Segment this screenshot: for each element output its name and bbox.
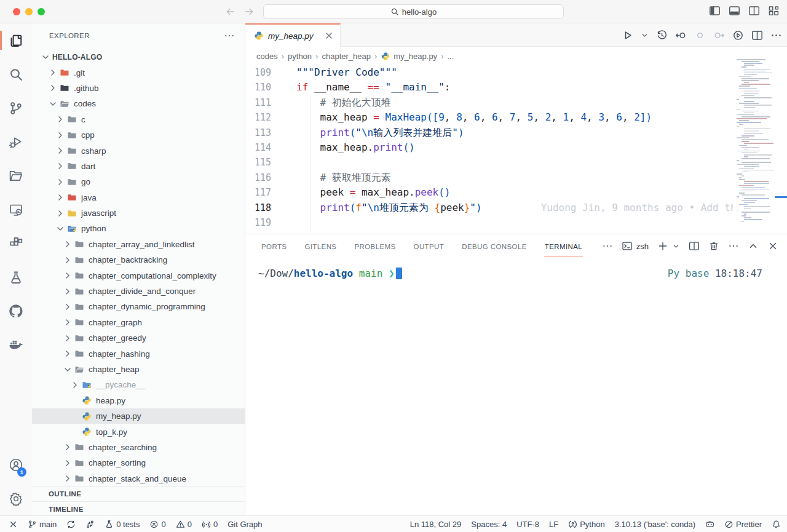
- layout-sidebar-icon[interactable]: [709, 5, 721, 17]
- prev-change-icon[interactable]: [675, 30, 687, 41]
- status-remote[interactable]: [9, 520, 18, 529]
- navigate-forward-icon[interactable]: [243, 6, 255, 17]
- activity-item-run-debug[interactable]: [0, 125, 32, 159]
- command-center-search[interactable]: hello-algo: [263, 4, 564, 19]
- status-sync[interactable]: [66, 520, 76, 529]
- code-line-114[interactable]: 114 max_heap.print(): [245, 140, 733, 155]
- layout-split-icon[interactable]: [751, 30, 763, 41]
- breadcrumb-item--[interactable]: ...: [447, 52, 454, 61]
- terminal-more-actions-icon[interactable]: [728, 240, 739, 252]
- panel-tab-problems[interactable]: PROBLEMS: [354, 236, 396, 256]
- circle-icon[interactable]: [694, 30, 706, 41]
- explorer-more-actions-icon[interactable]: [224, 30, 235, 41]
- layout-split-icon[interactable]: [748, 5, 760, 17]
- file-item-heap-py[interactable]: heap.py: [32, 393, 245, 408]
- status-encoding[interactable]: UTF-8: [516, 520, 539, 529]
- folder-item-chapter-heap[interactable]: >chapter_heap: [32, 362, 245, 377]
- folder-item-chapter-searching[interactable]: >chapter_searching: [32, 440, 245, 455]
- activity-item-folders[interactable]: [0, 159, 32, 193]
- folder-item--git[interactable]: >.git: [32, 65, 245, 80]
- status-eol[interactable]: LF: [549, 520, 558, 529]
- folder-item-chapter-divide-and-conquer[interactable]: >chapter_divide_and_conquer: [32, 284, 245, 299]
- activity-item-github[interactable]: [0, 294, 32, 328]
- outline-section[interactable]: OUTLINE: [32, 486, 245, 501]
- folder-item-chapter-computational-complexity[interactable]: >chapter_computational_complexity: [32, 268, 245, 283]
- close-window-button[interactable]: [13, 8, 20, 15]
- terminal[interactable]: ~/Dow/hello-algo main ❯ Py base 18:18:47: [245, 258, 787, 515]
- status-indentation[interactable]: Spaces: 4: [471, 520, 507, 529]
- panel-tab-ports[interactable]: PORTS: [261, 236, 287, 256]
- status-notifications[interactable]: [772, 520, 781, 529]
- status-branch[interactable]: main: [28, 520, 57, 529]
- status-errors[interactable]: 0: [149, 520, 165, 529]
- status-language-mode[interactable]: Python: [568, 520, 604, 529]
- status-git-graph[interactable]: Git Graph: [227, 520, 262, 529]
- panel-tab-output[interactable]: OUTPUT: [413, 236, 445, 256]
- folder-item-hello-algo[interactable]: HELLO-ALGO: [32, 49, 245, 65]
- run-icon[interactable]: [622, 30, 633, 41]
- folder-item-codes[interactable]: >codes: [32, 96, 245, 111]
- terminal-profile-dropdown-icon[interactable]: [672, 242, 680, 250]
- next-change-icon[interactable]: [713, 30, 725, 41]
- layout-panel-icon[interactable]: [729, 5, 740, 17]
- timeline-section[interactable]: TIMELINE: [32, 501, 245, 516]
- status-prettier[interactable]: Prettier: [724, 520, 762, 529]
- activity-item-source-control[interactable]: [0, 91, 32, 125]
- panel-tab-gitlens[interactable]: GITLENS: [304, 236, 337, 256]
- activity-item-search[interactable]: [0, 57, 32, 91]
- minimap[interactable]: [733, 57, 780, 235]
- status-ports[interactable]: 0: [202, 520, 218, 529]
- kebab-icon[interactable]: [770, 30, 782, 41]
- kill-terminal-icon[interactable]: [708, 240, 719, 252]
- folder-item-chapter-stack-and-queue[interactable]: >chapter_stack_and_queue: [32, 471, 245, 486]
- activity-item-accounts[interactable]: 1: [0, 448, 32, 482]
- folder-item-go[interactable]: >go: [32, 174, 245, 189]
- breadcrumb-item-my-heap-py[interactable]: my_heap.py: [381, 52, 437, 61]
- code-editor[interactable]: 109"""Driver Code"""110if __name__ == "_…: [245, 65, 733, 234]
- folder-item--github[interactable]: >.github: [32, 81, 245, 96]
- status-git-compare[interactable]: [85, 520, 95, 529]
- chevron-down-icon[interactable]: [641, 31, 649, 39]
- code-line-116[interactable]: 116 # 获取堆顶元素: [245, 170, 733, 185]
- code-line-112[interactable]: 112 max_heap = MaxHeap([9, 8, 6, 6, 7, 5…: [245, 110, 733, 125]
- folder-item-chapter-sorting[interactable]: >chapter_sorting: [32, 455, 245, 470]
- panel-tabs-more-icon[interactable]: [602, 240, 613, 252]
- folder-item--pycache-[interactable]: __pycache__: [32, 377, 245, 392]
- code-line-117[interactable]: 117 peek = max_heap.peek(): [245, 185, 733, 200]
- panel-tab-terminal[interactable]: TERMINAL: [544, 236, 583, 256]
- breadcrumb-item-python[interactable]: python: [288, 52, 312, 61]
- folder-item-cpp[interactable]: >cpp: [32, 127, 245, 143]
- folder-item-chapter-hashing[interactable]: >chapter_hashing: [32, 346, 245, 361]
- status-cursor-position[interactable]: Ln 118, Col 29: [410, 520, 462, 529]
- status-python-interpreter[interactable]: 3.10.13 ('base': conda): [615, 520, 695, 529]
- status-warnings[interactable]: 0: [176, 520, 192, 529]
- folder-item-chapter-graph[interactable]: >chapter_graph: [32, 315, 245, 330]
- folder-item-java[interactable]: >java: [32, 190, 245, 205]
- breadcrumb-item-codes[interactable]: codes: [256, 52, 278, 61]
- code-line-118[interactable]: 118 print(f"\n堆顶元素为 {peek}")Yudong Jin, …: [245, 200, 733, 215]
- navigate-back-icon[interactable]: [225, 6, 236, 17]
- code-line-110[interactable]: 110if __name__ == "__main__":: [245, 80, 733, 95]
- code-line-111[interactable]: 111 # 初始化大顶堆: [245, 95, 733, 110]
- maximize-panel-icon[interactable]: [748, 240, 759, 252]
- file-item-my-heap-py[interactable]: my_heap.py: [32, 408, 245, 424]
- activity-item-extensions[interactable]: [0, 226, 32, 260]
- code-line-119[interactable]: 119: [245, 215, 733, 230]
- split-terminal-icon[interactable]: [689, 240, 700, 252]
- tab-my-heap[interactable]: my_heap.py: [245, 23, 341, 47]
- file-item-top-k-py[interactable]: top_k.py: [32, 424, 245, 439]
- panel-tab-debug-console[interactable]: DEBUG CONSOLE: [461, 236, 528, 256]
- folder-item-javascript[interactable]: >javascript: [32, 205, 245, 221]
- activity-item-docker[interactable]: [0, 328, 32, 362]
- history-icon[interactable]: [656, 30, 668, 41]
- close-tab-icon[interactable]: [324, 31, 334, 41]
- code-line-113[interactable]: 113 print("\n输入列表并建堆后"): [245, 125, 733, 140]
- minimize-window-button[interactable]: [25, 8, 33, 15]
- close-panel-icon[interactable]: [767, 240, 778, 252]
- activity-item-settings[interactable]: [0, 482, 32, 515]
- new-terminal-icon[interactable]: [657, 240, 668, 252]
- folder-item-chapter-greedy[interactable]: >chapter_greedy: [32, 330, 245, 346]
- activity-item-explorer[interactable]: [0, 23, 32, 57]
- activity-item-testing[interactable]: [0, 260, 32, 294]
- code-line-109[interactable]: 109"""Driver Code""": [245, 65, 733, 80]
